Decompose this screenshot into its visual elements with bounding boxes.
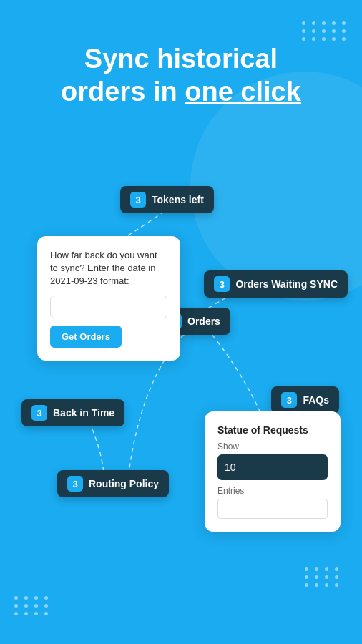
badge-routing-policy: 3 Routing Policy xyxy=(57,470,169,497)
badge-orders-waiting-label: Orders Waiting SYNC xyxy=(235,278,338,290)
card-orders-description: How far back do you want to sync? Enter … xyxy=(50,249,167,288)
badge-orders-label: Orders xyxy=(187,316,220,327)
card-status-entries-box xyxy=(217,499,328,519)
hero-title-line2: orders in xyxy=(61,77,185,107)
dots-bottom-left xyxy=(14,596,50,615)
badge-orders-waiting: 3 Orders Waiting SYNC xyxy=(204,270,348,298)
badge-faqs: 3 FAQs xyxy=(271,386,339,414)
badge-faqs-num: 3 xyxy=(281,392,297,408)
hero-title: Sync historical orders in one click xyxy=(0,43,362,108)
badge-routing-policy-num: 3 xyxy=(67,476,83,492)
badge-routing-policy-label: Routing Policy xyxy=(89,478,159,489)
badge-orders-waiting-num: 3 xyxy=(214,276,230,292)
hero-title-line1: Sync historical xyxy=(84,44,278,74)
card-status-requests: Statue of Requests Show 10 25 50 100 Ent… xyxy=(205,411,341,532)
hero-title-highlight: one click xyxy=(185,77,301,107)
badge-back-in-time-label: Back in Time xyxy=(53,407,114,419)
dots-bottom-right xyxy=(305,567,341,587)
card-status-entries-label: Entries xyxy=(217,486,328,496)
dots-top-right xyxy=(302,21,348,41)
badge-tokens-left-label: Tokens left xyxy=(152,194,204,205)
get-orders-button[interactable]: Get Orders xyxy=(50,326,122,348)
badge-back-in-time-num: 3 xyxy=(31,405,47,421)
badge-tokens-left-num: 3 xyxy=(130,192,146,208)
card-status-show-label: Show xyxy=(217,441,328,452)
badge-back-in-time: 3 Back in Time xyxy=(21,399,124,426)
date-input[interactable] xyxy=(50,296,167,318)
badge-faqs-label: FAQs xyxy=(303,394,329,406)
badge-tokens-left: 3 Tokens left xyxy=(120,186,214,213)
card-status-title: Statue of Requests xyxy=(217,424,328,436)
card-get-orders: How far back do you want to sync? Enter … xyxy=(37,236,180,361)
card-status-select[interactable]: 10 25 50 100 xyxy=(217,454,328,480)
